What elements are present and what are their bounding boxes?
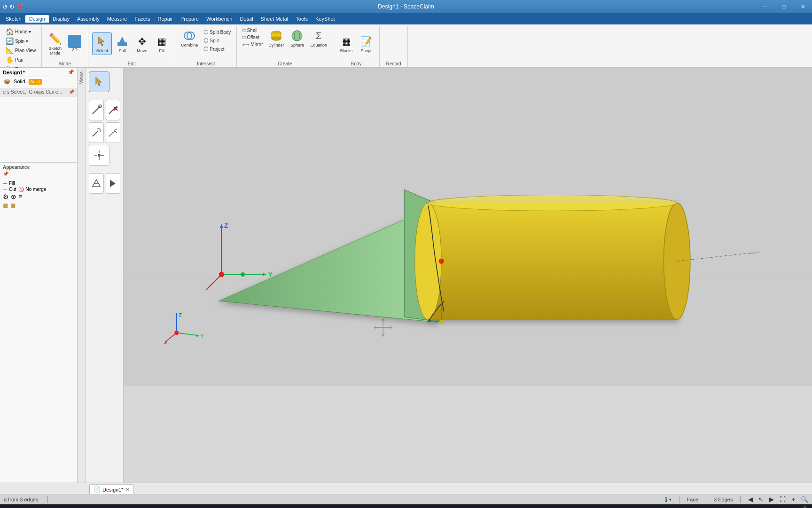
zoom-fit-icon[interactable]: + xyxy=(791,496,795,503)
minimize-button[interactable]: ─ xyxy=(756,0,774,13)
taskview-button[interactable]: ⧉ xyxy=(38,506,55,508)
blocks-button[interactable]: ▦ Blocks xyxy=(337,33,356,55)
shell-button[interactable]: □ Shell xyxy=(241,27,265,33)
views-label[interactable]: Views xyxy=(78,70,85,86)
chat-button[interactable]: 💬 xyxy=(96,506,113,508)
info-badge[interactable]: ℹ ▾ xyxy=(665,496,671,503)
select-arrow-tool[interactable] xyxy=(89,71,109,92)
viewport[interactable]: Create round from 3 edges ANS 20 ACAD xyxy=(124,68,812,483)
edge-select-tool[interactable] xyxy=(89,100,104,120)
show-desktop-button[interactable] xyxy=(804,506,806,508)
combine-button[interactable]: Combine xyxy=(179,27,200,49)
sphere-button[interactable]: Sphere xyxy=(288,27,306,49)
word-button[interactable]: 📋 xyxy=(150,506,167,508)
menu-assembly[interactable]: Assembly xyxy=(73,15,103,23)
lock-button[interactable]: 🔒 xyxy=(114,506,131,508)
tab-close-icon[interactable]: ✕ xyxy=(125,487,129,492)
nav-back-icon[interactable]: ◀ xyxy=(748,496,753,503)
filter-pin[interactable]: 📌 xyxy=(69,89,74,95)
face-select-tool[interactable] xyxy=(89,173,104,194)
fill-button[interactable]: ▦ Fill xyxy=(152,33,171,55)
pan-button[interactable]: ✋ Pan xyxy=(4,56,38,64)
tool2-icon[interactable]: ⊕ xyxy=(11,193,16,200)
quick-access-toolbar[interactable]: ↺ ↻ 📌 xyxy=(2,3,23,10)
equation-button[interactable]: Σ Equation xyxy=(308,27,329,49)
edge-extend-tool[interactable] xyxy=(89,122,104,143)
edge-trim-tool[interactable] xyxy=(106,122,121,143)
pin-icon[interactable]: 📌 xyxy=(16,4,23,10)
menu-keyshot[interactable]: KeyShot xyxy=(312,15,339,23)
menu-sketch[interactable]: Sketch xyxy=(2,15,25,23)
splitbody-button[interactable]: ⬡ Split Body xyxy=(202,28,233,36)
edge-deselect-tool[interactable] xyxy=(106,100,121,120)
box1-icon[interactable]: ◼ xyxy=(3,201,8,209)
planview-button[interactable]: 📐 Plan View xyxy=(4,46,38,55)
views-tab[interactable]: Views xyxy=(78,68,86,483)
menu-prepare[interactable]: Prepare xyxy=(177,15,203,23)
select-label: Select xyxy=(96,49,108,54)
menu-detail[interactable]: Detail xyxy=(236,15,257,23)
forward-tool[interactable] xyxy=(106,173,121,194)
cylinder-button[interactable]: Cylinder xyxy=(266,27,286,49)
search-taskbar-button[interactable]: 🔍 xyxy=(20,506,37,508)
project-button[interactable]: ⬡ Project xyxy=(202,45,233,53)
browser-button[interactable]: 🌐 xyxy=(61,506,78,508)
record-label: Record xyxy=(386,60,401,66)
spin-button[interactable]: 🔄 Spin ▾ xyxy=(4,37,38,45)
project-label: Project xyxy=(210,47,224,52)
edit-label: Edit xyxy=(128,60,136,66)
menu-measure[interactable]: Measure xyxy=(103,15,131,23)
point-select-tool[interactable] xyxy=(89,145,109,166)
split-icon: ⬡ xyxy=(203,37,208,44)
select-button[interactable]: Select xyxy=(92,32,112,55)
box2-icon[interactable]: ◼ xyxy=(10,201,16,209)
menu-tools[interactable]: Tools xyxy=(292,15,312,23)
search-icon[interactable]: 🔍 xyxy=(801,496,808,503)
svg-point-53 xyxy=(439,320,444,324)
fill-icon: ▦ xyxy=(154,34,169,49)
combine-label: Combine xyxy=(181,43,198,48)
svg-marker-10 xyxy=(96,77,102,86)
close-button[interactable]: ✕ xyxy=(793,0,812,13)
panel-pin-icon[interactable]: 📌 xyxy=(68,69,74,75)
design1-tab[interactable]: 📄 Design1* ✕ xyxy=(89,484,133,494)
offset-button[interactable]: □ Offset xyxy=(241,34,265,40)
menu-design[interactable]: Design xyxy=(25,15,49,23)
menu-sheetmetal[interactable]: Sheet Metal xyxy=(257,15,292,23)
tool1-icon[interactable]: ⚙ xyxy=(3,193,9,200)
sketchmode-button[interactable]: ✏️ SketchMode xyxy=(46,31,64,57)
mirror-icon: ⟺ xyxy=(242,42,249,47)
tool3-icon[interactable]: ≡ xyxy=(18,193,22,200)
pull-button[interactable]: Pull xyxy=(113,33,132,55)
excel-button[interactable]: 📊 xyxy=(132,506,149,508)
fullscreen-icon[interactable]: ⛶ xyxy=(780,496,786,503)
combine-icon xyxy=(182,28,197,43)
menu-facets[interactable]: Facets xyxy=(131,15,154,23)
redo-icon[interactable]: ↻ xyxy=(9,3,15,10)
split-label: Split xyxy=(210,38,219,43)
mirror-button[interactable]: ⟺ Mirror xyxy=(241,41,265,48)
maximize-button[interactable]: □ xyxy=(774,0,793,13)
script-button[interactable]: 📝 Script xyxy=(357,33,375,55)
face-label: Face xyxy=(687,497,698,502)
fill-prop: — Fill xyxy=(3,180,74,186)
explorer-button[interactable]: 📁 xyxy=(78,506,95,508)
svg-marker-26 xyxy=(93,180,100,186)
3d-button[interactable]: 3D xyxy=(65,34,84,54)
undo-icon[interactable]: ↺ xyxy=(2,3,8,10)
appearance-pin[interactable]: 📌 xyxy=(3,171,8,176)
menu-repair[interactable]: Repair xyxy=(154,15,176,23)
move-button[interactable]: ✥ Move xyxy=(133,33,151,55)
nav-forward-icon[interactable]: ▶ xyxy=(769,496,774,503)
start-button[interactable]: ⊞ xyxy=(2,506,19,508)
split-button[interactable]: ⬡ Split xyxy=(202,37,233,44)
menu-display[interactable]: Display xyxy=(49,15,73,23)
taskbar: ⊞ 🔍 ⧉ 🌐 📁 💬 🔒 📊 📋 🛡 ∧ 🔊 🌐 ENG 21: xyxy=(0,504,812,508)
home-button[interactable]: 🏠 Home ▾ xyxy=(4,27,38,36)
solid-item[interactable]: 📦 Solid Solid xyxy=(0,77,77,86)
spin-icon: 🔄 xyxy=(6,37,14,45)
cut-prop: — Cut 🚫 No merge xyxy=(3,186,74,192)
shield-button[interactable]: 🛡 xyxy=(168,506,185,508)
info-dropdown-icon[interactable]: ▾ xyxy=(669,497,671,502)
menu-workbench[interactable]: Workbench xyxy=(203,15,236,23)
